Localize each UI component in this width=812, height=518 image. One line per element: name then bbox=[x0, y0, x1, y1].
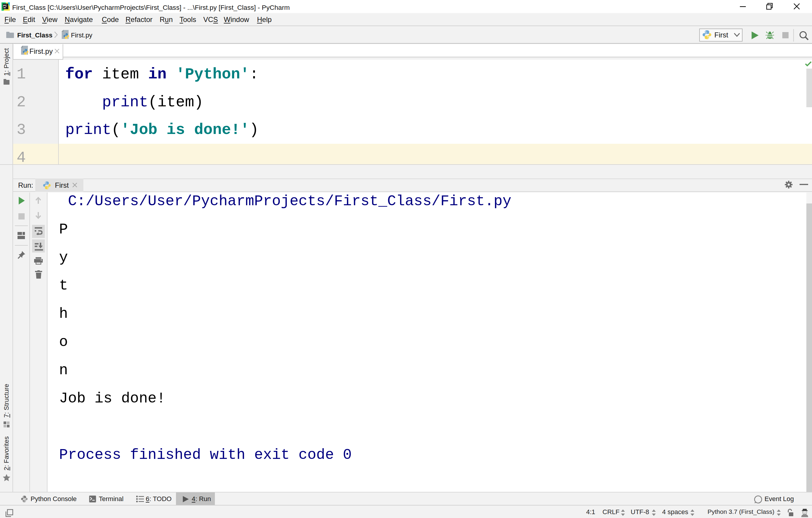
svg-text:PC: PC bbox=[3, 4, 7, 7]
